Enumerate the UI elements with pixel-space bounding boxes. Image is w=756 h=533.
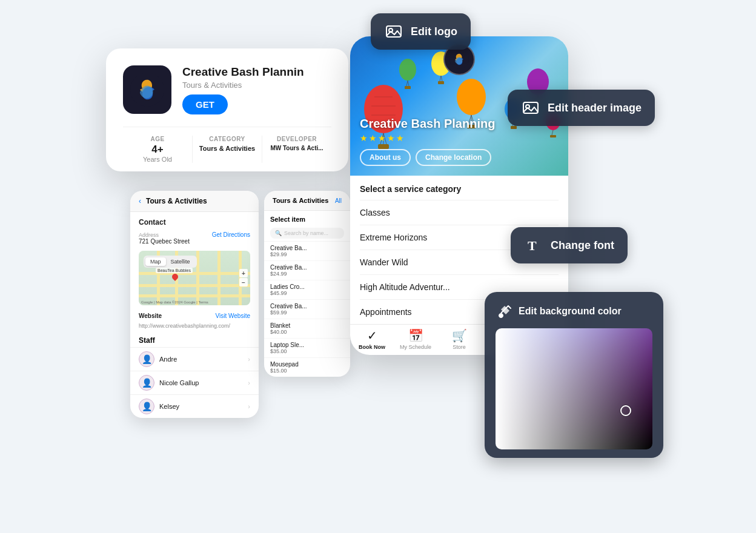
- staff-item-kelsey[interactable]: 👤 Kelsey ›: [130, 394, 259, 418]
- meta-category: CATEGORY Tours & Activities: [193, 136, 262, 163]
- website-row: Website Visit Website: [130, 309, 259, 323]
- map-container[interactable]: Map Satellite BeauTea Bubbles + − Google…: [139, 251, 250, 305]
- zoom-in-btn[interactable]: +: [239, 269, 248, 277]
- edit-bg-color-label: Edit background color: [519, 306, 622, 317]
- meta-developer: DEVELOPER MW Tours & Acti...: [262, 136, 331, 163]
- appstore-header: Creative Bash Plannin Tours & Activities…: [123, 65, 331, 114]
- svg-text:T: T: [528, 238, 537, 253]
- staff-avatar: 👤: [139, 399, 154, 414]
- edit-header-image-button[interactable]: Edit header image: [508, 90, 655, 126]
- nav-store[interactable]: 🛒 Store: [437, 328, 481, 350]
- contact-title: Contact: [130, 212, 259, 229]
- item-row-7[interactable]: Mousepad $15.00: [264, 357, 350, 377]
- map-footer: Google | Map data ©2024 Google | Terms: [141, 300, 208, 304]
- color-cursor: [620, 405, 631, 416]
- map-tab-satellite[interactable]: Satellite: [166, 257, 195, 266]
- website-url: http://www.creativebashplanning.com/: [130, 323, 259, 333]
- image-icon: [521, 98, 540, 118]
- map-label: BeauTea Bubbles: [156, 268, 193, 273]
- about-us-button[interactable]: About us: [360, 149, 411, 166]
- change-location-button[interactable]: Change location: [416, 149, 491, 166]
- meta-age: AGE 4+ Years Old: [123, 136, 193, 163]
- color-gradient-picker[interactable]: [496, 328, 652, 449]
- service-classes[interactable]: Classes: [360, 200, 559, 225]
- get-button[interactable]: GET: [182, 94, 228, 114]
- edit-logo-label: Edit logo: [411, 25, 457, 38]
- map-tabs: Map Satellite: [144, 256, 197, 268]
- staff-avatar: 👤: [139, 375, 154, 391]
- item-row-6[interactable]: Laptop Sle... $35.00: [264, 338, 350, 357]
- paintbucket-icon: [496, 303, 512, 320]
- stars-row: ★ ★ ★ ★ ★: [360, 133, 559, 143]
- appstore-meta: AGE 4+ Years Old CATEGORY Tours & Activi…: [123, 127, 331, 171]
- item-row-2[interactable]: Creative Ba... $24.99: [264, 260, 350, 280]
- service-title: Select a service category: [360, 184, 559, 194]
- phone-select-item: Tours & Activities All Select item 🔍 Sea…: [264, 191, 350, 377]
- zoom-out-btn[interactable]: −: [239, 278, 248, 286]
- address-row: Address Get Directions 721 Quebec Street: [130, 229, 259, 247]
- item-row-3[interactable]: Ladies Cro... $45.99: [264, 280, 350, 299]
- nav-book-now[interactable]: ✓ Book Now: [350, 328, 394, 350]
- change-font-label: Change font: [551, 239, 614, 252]
- color-picker-header: Edit background color: [496, 303, 652, 320]
- color-picker-panel: Edit background color: [485, 292, 663, 458]
- change-font-button[interactable]: T Change font: [511, 227, 628, 263]
- app-category: Tours & Activities: [182, 81, 331, 90]
- all-link[interactable]: All: [335, 197, 342, 204]
- nav-title: Tours & Activities: [146, 197, 207, 205]
- center-nav: Tours & Activities All: [264, 191, 350, 211]
- app-icon: [123, 65, 171, 114]
- edit-logo-button[interactable]: Edit logo: [371, 13, 471, 50]
- phone-contact: ‹ Tours & Activities Contact Address Get…: [130, 191, 259, 418]
- item-row-4[interactable]: Creative Ba... $59.99: [264, 299, 350, 319]
- staff-avatar: 👤: [139, 351, 154, 367]
- staff-item-nicole[interactable]: 👤 Nicole Gallup ›: [130, 371, 259, 394]
- image-icon: [384, 22, 403, 41]
- select-item-title: Select item: [264, 211, 350, 225]
- my-schedule-icon: 📅: [408, 328, 423, 343]
- item-row-5[interactable]: Blanket $40.00: [264, 319, 350, 338]
- book-now-icon: ✓: [367, 328, 377, 343]
- staff-title: Staff: [130, 333, 259, 347]
- phone-nav-bar: ‹ Tours & Activities: [130, 191, 259, 212]
- directions-link[interactable]: Get Directions: [212, 231, 250, 238]
- edit-header-label: Edit header image: [548, 102, 642, 114]
- appstore-card: Creative Bash Plannin Tours & Activities…: [106, 48, 348, 171]
- staff-item-andre[interactable]: 👤 Andre ›: [130, 347, 259, 371]
- map-tab-map[interactable]: Map: [145, 257, 166, 266]
- app-info: Creative Bash Plannin Tours & Activities…: [182, 65, 331, 114]
- item-row-1[interactable]: Creative Ba... $29.99: [264, 241, 350, 260]
- search-icon: 🔍: [275, 230, 282, 236]
- store-icon: 🛒: [452, 328, 467, 343]
- search-box[interactable]: 🔍 Search by name...: [270, 228, 344, 239]
- app-name: Creative Bash Plannin: [182, 65, 331, 79]
- nav-back-button[interactable]: ‹: [139, 197, 141, 205]
- nav-my-schedule[interactable]: 📅 My Schedule: [394, 328, 437, 350]
- map-zoom: + −: [239, 269, 248, 286]
- header-buttons: About us Change location: [360, 149, 559, 166]
- visit-website-link[interactable]: Visit Website: [216, 313, 250, 319]
- font-icon: T: [524, 236, 543, 255]
